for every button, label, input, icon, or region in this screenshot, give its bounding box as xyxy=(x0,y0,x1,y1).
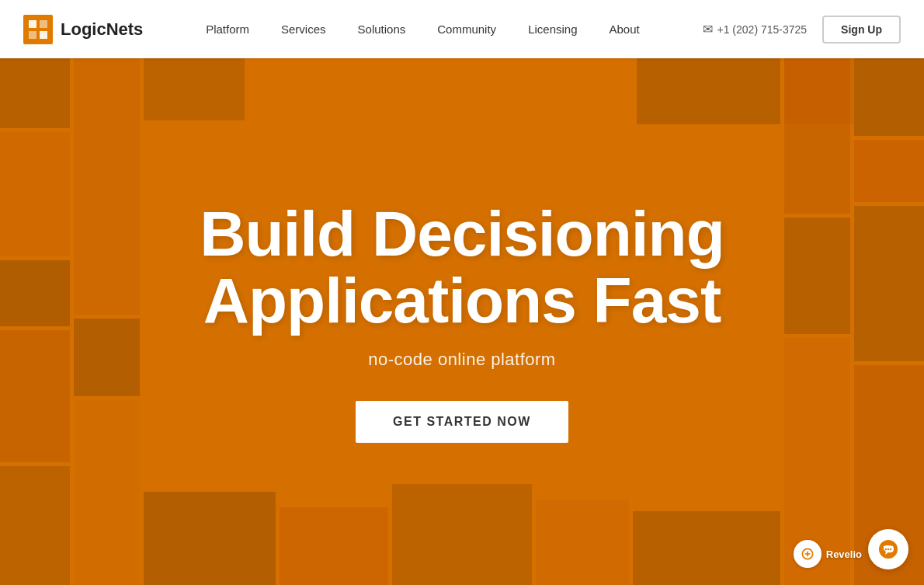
brand-name: LogicNets xyxy=(61,19,143,40)
svg-rect-0 xyxy=(29,20,36,28)
nav-services[interactable]: Services xyxy=(267,16,340,42)
navbar-right: ✉ +1 (202) 715-3725 Sign Up xyxy=(703,16,901,44)
brand: LogicNets xyxy=(23,15,143,44)
nav-about[interactable]: About xyxy=(596,16,654,42)
nav-licensing[interactable]: Licensing xyxy=(514,16,591,42)
nav-solutions[interactable]: Solutions xyxy=(344,16,420,42)
svg-point-8 xyxy=(885,548,887,550)
chat-button[interactable] xyxy=(868,529,908,569)
phone-icon: ✉ xyxy=(703,22,713,37)
hero-title: Build Decisioning Applications Fast xyxy=(200,200,724,334)
svg-rect-2 xyxy=(29,31,36,39)
phone-link[interactable]: ✉ +1 (202) 715-3725 xyxy=(703,22,808,37)
svg-point-9 xyxy=(888,548,889,550)
main-nav: Platform Services Solutions Community Li… xyxy=(143,16,702,42)
hero-content: Build Decisioning Applications Fast no-c… xyxy=(168,200,755,443)
revelio-icon xyxy=(794,540,822,568)
revelio-label: Revelio xyxy=(826,548,862,560)
hero-subtitle: no-code online platform xyxy=(200,350,724,370)
hero-section: Build Decisioning Applications Fast no-c… xyxy=(0,0,924,585)
svg-point-10 xyxy=(890,548,891,550)
svg-rect-1 xyxy=(40,20,47,28)
logo-icon xyxy=(23,15,53,44)
signup-button[interactable]: Sign Up xyxy=(822,16,901,44)
svg-rect-3 xyxy=(40,31,47,39)
nav-platform[interactable]: Platform xyxy=(192,16,263,42)
phone-number: +1 (202) 715-3725 xyxy=(717,23,808,36)
cta-button[interactable]: GET STARTED NOW xyxy=(356,401,568,443)
nav-community[interactable]: Community xyxy=(423,16,510,42)
navbar: LogicNets Platform Services Solutions Co… xyxy=(0,0,924,58)
revelio-widget[interactable]: Revelio xyxy=(794,540,862,568)
